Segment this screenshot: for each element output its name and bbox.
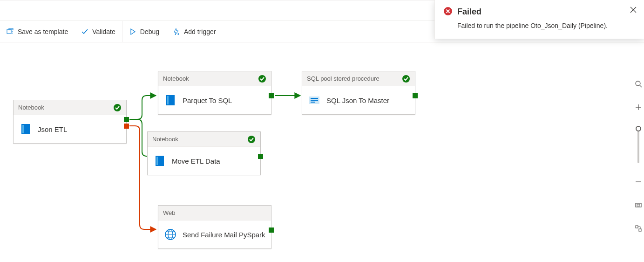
zoom-in-icon[interactable] <box>634 103 643 112</box>
check-icon <box>81 28 88 35</box>
output-success-port[interactable] <box>269 93 274 98</box>
activity-body: Move ETL Data <box>148 147 260 175</box>
svg-point-8 <box>402 75 410 83</box>
svg-point-10 <box>248 136 255 143</box>
debug-button[interactable]: Debug <box>122 21 166 42</box>
output-success-port[interactable] <box>413 93 418 98</box>
activity-move-etl-data[interactable]: Notebook Move ETL Data <box>147 131 261 175</box>
add-trigger-button[interactable]: Add trigger <box>166 21 222 42</box>
stored-procedure-icon <box>308 94 321 107</box>
success-icon <box>402 75 410 83</box>
output-success-port[interactable] <box>269 228 274 233</box>
toolbar-label: Add trigger <box>184 28 216 35</box>
activity-body: Parquet To SQL <box>158 86 271 114</box>
output-success-port[interactable] <box>124 117 129 122</box>
activity-title: Parquet To SQL <box>183 97 232 104</box>
svg-rect-19 <box>636 226 638 228</box>
success-icon <box>247 135 256 144</box>
notebook-icon <box>19 123 32 136</box>
activity-sql-json-to-master[interactable]: SQL pool stored procedure SQL Json To Ma… <box>302 71 415 115</box>
notebook-icon <box>153 154 166 167</box>
play-icon <box>129 28 136 35</box>
svg-rect-20 <box>639 229 641 231</box>
zoom-handle[interactable] <box>636 126 641 131</box>
activity-title: Move ETL Data <box>172 157 220 165</box>
notification-title: Failed <box>457 7 481 17</box>
activity-title: Json ETL <box>38 125 67 133</box>
save-as-template-button[interactable]: Save as template <box>0 21 75 42</box>
notification-message: Failed to run the pipeline Oto_Json_Dail… <box>457 22 636 29</box>
zoom-out-icon[interactable] <box>634 177 643 186</box>
activity-body: Send Failure Mail PySpark <box>158 221 271 248</box>
output-failure-port[interactable] <box>124 124 129 129</box>
search-icon[interactable] <box>634 79 643 89</box>
activity-body: SQL Json To Master <box>302 86 415 114</box>
activity-send-failure-mail[interactable]: Web Send Failure Mail PySpark <box>158 205 271 249</box>
activity-json-etl[interactable]: Notebook Json ETL <box>13 100 127 144</box>
activity-header: Notebook <box>148 132 260 147</box>
svg-rect-4 <box>22 125 24 133</box>
svg-rect-12 <box>156 157 158 165</box>
toolbar-label: Save as template <box>18 28 68 35</box>
activity-title: Send Failure Mail PySpark <box>183 231 265 239</box>
toolbar-label: Validate <box>92 28 115 35</box>
notebook-icon <box>164 94 177 107</box>
svg-rect-7 <box>167 96 169 104</box>
svg-rect-17 <box>636 203 641 207</box>
close-icon[interactable] <box>630 7 637 14</box>
activity-header: Web <box>158 206 271 221</box>
error-notification: Failed Failed to run the pipeline Oto_Js… <box>434 0 644 39</box>
trigger-icon <box>173 28 180 35</box>
svg-point-16 <box>636 81 640 86</box>
activity-parquet-to-sql[interactable]: Notebook Parquet To SQL <box>158 71 271 115</box>
activity-type-label: Notebook <box>152 136 178 143</box>
activity-title: SQL Json To Master <box>326 97 389 104</box>
activity-type-label: SQL pool stored procedure <box>307 75 380 82</box>
success-icon <box>113 103 122 112</box>
activity-header: SQL pool stored procedure <box>302 71 415 86</box>
svg-rect-18 <box>637 204 640 206</box>
zoom-slider[interactable] <box>637 126 639 163</box>
pipeline-canvas[interactable]: Notebook Json ETL Notebook Parquet To SQ <box>0 43 644 262</box>
toolbar-label: Debug <box>140 28 159 35</box>
success-icon <box>258 75 266 83</box>
notification-header: Failed <box>443 7 636 17</box>
svg-point-5 <box>258 75 266 83</box>
output-success-port[interactable] <box>258 154 263 159</box>
reset-zoom-icon[interactable] <box>634 224 643 233</box>
activity-type-label: Notebook <box>18 104 44 111</box>
template-icon <box>7 28 14 35</box>
error-icon <box>443 7 453 17</box>
validate-button[interactable]: Validate <box>75 21 122 42</box>
canvas-side-controls <box>633 79 644 233</box>
activity-header: Notebook <box>158 71 271 86</box>
web-icon <box>164 228 177 241</box>
activity-type-label: Notebook <box>163 75 189 82</box>
fit-to-screen-icon[interactable] <box>634 200 643 210</box>
activity-body: Json ETL <box>14 115 126 143</box>
svg-point-2 <box>114 104 121 111</box>
activity-header: Notebook <box>14 100 126 115</box>
activity-type-label: Web <box>163 209 176 216</box>
